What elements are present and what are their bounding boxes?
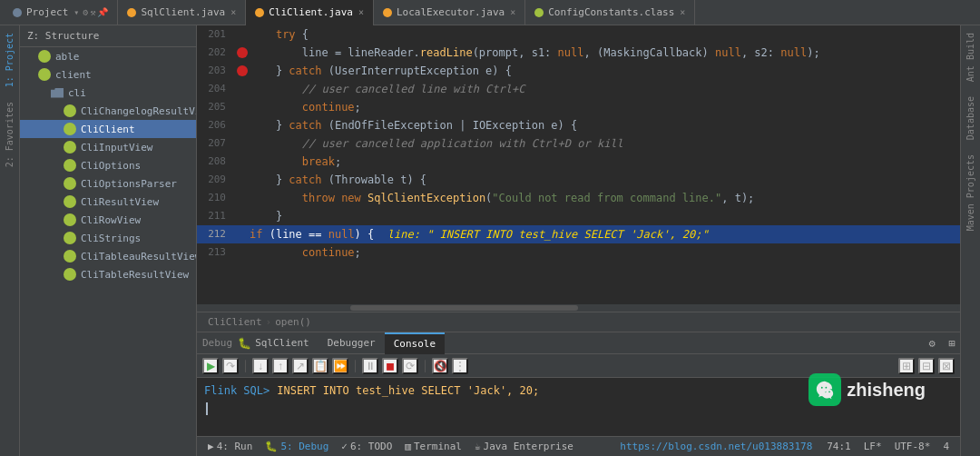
clitableresultview-icon: [64, 268, 76, 281]
console-area: Flink SQL> INSERT INTO test_hive SELECT …: [197, 378, 960, 436]
status-todo[interactable]: ✓ 6: TODO: [336, 437, 397, 457]
line-num-213: 213: [197, 243, 235, 262]
tab-project-gear[interactable]: ⚙: [83, 7, 88, 17]
debug-step-into-btn[interactable]: ↓: [252, 358, 269, 374]
tab-sqlclient[interactable]: SqlClient.java ×: [118, 0, 246, 25]
debug-step-out-btn[interactable]: ↑: [272, 358, 289, 374]
debug-tab-debugger[interactable]: Debugger: [318, 332, 385, 354]
tab-project-pin[interactable]: 📌: [97, 7, 108, 17]
right-vtab-database[interactable]: Database: [963, 89, 978, 147]
code-line-204: 204 // user cancelled line with Ctrl+C: [197, 80, 960, 98]
sidebar-item-clitableresultview[interactable]: CliTableResultView: [20, 265, 196, 283]
sidebar-item-cliresultview[interactable]: CliResultView: [20, 193, 196, 211]
sidebar-item-clirowview[interactable]: CliRowView: [20, 211, 196, 229]
debug-stop-btn[interactable]: ◼: [382, 358, 398, 374]
tab-project-label: Project: [26, 6, 68, 18]
sidebar-item-clioptionsparser[interactable]: CliOptionsParser: [20, 174, 196, 193]
debug-pause-btn[interactable]: ⏸: [362, 358, 378, 374]
debug-mute-btn[interactable]: 🔇: [432, 358, 448, 374]
debug-restart-btn[interactable]: ⟳: [402, 358, 418, 374]
console-wrap-btn[interactable]: ⊠: [938, 358, 955, 374]
line-code-208: break;: [250, 153, 960, 171]
cliresultview-label: CliResultView: [81, 196, 159, 208]
position-label: 74:1: [827, 441, 851, 452]
debug-expand-btn[interactable]: ⊞: [944, 335, 960, 352]
code-scrollbar[interactable]: [197, 304, 960, 312]
right-vtab-ant[interactable]: Ant Build: [963, 25, 978, 89]
code-line-212: 212 if (line == null) { line: " INSERT I…: [197, 225, 960, 243]
sidebar-content: able client cli CliChangelogResultVie...…: [20, 47, 196, 456]
tab-cliclient-close[interactable]: ×: [358, 7, 364, 17]
status-encoding[interactable]: UTF-8*: [889, 437, 936, 457]
scrollbar-thumb[interactable]: [350, 305, 578, 311]
clitableresultview-label: CliTableResultView: [81, 269, 189, 281]
clioptionsparser-icon: [64, 177, 76, 190]
debug-run-to-cursor-btn[interactable]: ↗: [292, 358, 309, 374]
toolbar-sep-3: [425, 360, 426, 372]
breadcrumb-method: open(): [275, 316, 311, 328]
status-lf[interactable]: LF*: [858, 437, 887, 457]
right-vtab-maven[interactable]: Maven Projects: [963, 147, 978, 238]
client-icon: [38, 68, 51, 81]
tab-sqlclient-close[interactable]: ×: [230, 7, 236, 17]
tab-project-indicator: ▾: [74, 7, 79, 17]
line-num-209: 209: [197, 171, 235, 189]
status-run[interactable]: ▶ 4: Run: [202, 437, 258, 457]
tab-configconstants[interactable]: ConfigConstants.class ×: [525, 0, 695, 25]
code-line-201: 201 try {: [197, 25, 960, 44]
clitableauresultview-label: CliTableauResultView: [81, 251, 196, 263]
line-code-209: } catch (Throwable t) {: [250, 171, 960, 189]
left-vtab-project[interactable]: 1: Project: [2, 25, 17, 94]
code-line-211: 211 }: [197, 207, 960, 225]
debug-step-over-btn[interactable]: ↷: [222, 358, 239, 374]
left-vtab-favorites[interactable]: 2: Favorites: [2, 94, 17, 174]
sidebar-item-cliinputview[interactable]: CliInputView: [20, 138, 196, 156]
scrollbar-track[interactable]: [199, 305, 958, 311]
status-position: 74:1: [821, 437, 857, 457]
debug-tab-console[interactable]: Console: [385, 332, 445, 354]
tab-localexecutor[interactable]: LocalExecutor.java ×: [374, 0, 525, 25]
sidebar-item-cliclient[interactable]: CliClient: [20, 120, 196, 138]
line-num-205: 205: [197, 98, 235, 116]
tab-configconstants-close[interactable]: ×: [680, 7, 685, 17]
debug-evaluate-btn[interactable]: 📋: [312, 358, 328, 374]
debug-more-btn[interactable]: ⋮: [452, 358, 468, 374]
sidebar-item-clioptions[interactable]: CliOptions: [20, 156, 196, 174]
error-dot-203: [237, 65, 248, 76]
tab-project-tools[interactable]: ⚒: [90, 7, 95, 17]
sidebar-item-clistrings[interactable]: CliStrings: [20, 229, 196, 247]
sidebar-item-client[interactable]: client: [20, 65, 196, 84]
line-code-206: } catch (EndOfFileException | IOExceptio…: [250, 116, 960, 134]
sidebar-item-able[interactable]: able: [20, 47, 196, 65]
console-clear-btn[interactable]: ⊞: [898, 358, 915, 374]
cliclient-sidebar-label: CliClient: [81, 124, 135, 135]
debug-fast-btn[interactable]: ⏩: [332, 358, 348, 374]
misc-label: 4: [943, 441, 949, 452]
clirowview-icon: [64, 213, 76, 226]
sidebar-item-cli-folder[interactable]: cli: [20, 84, 196, 102]
status-run-label: 4: Run: [217, 441, 253, 452]
tab-localexecutor-close[interactable]: ×: [510, 7, 515, 17]
status-java-enterprise[interactable]: ☕ Java Enterprise: [469, 437, 579, 457]
debug-resume-btn[interactable]: ▶: [202, 358, 219, 374]
todo-icon: ✓: [341, 441, 348, 452]
line-num-204: 204: [197, 80, 235, 98]
cliresultview-icon: [64, 195, 76, 208]
breadcrumb-class: CliClient: [208, 316, 262, 328]
sidebar-item-clitableauresultview[interactable]: CliTableauResultView: [20, 247, 196, 265]
tab-cliclient[interactable]: CliClient.java ×: [246, 0, 374, 25]
code-line-209: 209 } catch (Throwable t) {: [197, 171, 960, 189]
console-filter-btn[interactable]: ⊟: [918, 358, 935, 374]
clioptions-icon: [64, 159, 76, 172]
debug-toolbar: ▶ ↷ ↓ ↑ ↗ 📋 ⏩ ⏸ ◼ ⟳ 🔇 ⋮ ⊞ ⊟ ⊠: [197, 354, 960, 378]
debug-settings-btn[interactable]: ⚙: [924, 335, 940, 352]
debug-panel-label: Debug: [202, 337, 232, 349]
project-icon: [13, 8, 22, 17]
status-debug[interactable]: 🐛 5: Debug: [260, 437, 334, 457]
sidebar-item-clichangelog[interactable]: CliChangelogResultVie...: [20, 102, 196, 120]
status-misc[interactable]: 4: [937, 437, 955, 457]
status-terminal[interactable]: ▥ Terminal: [399, 437, 467, 457]
tab-project[interactable]: Project ▾ ⚙ ⚒ 📌: [4, 0, 118, 25]
cliinputview-label: CliInputView: [81, 142, 152, 154]
csdn-url[interactable]: https://blog.csdn.net/u013883178: [620, 441, 812, 452]
